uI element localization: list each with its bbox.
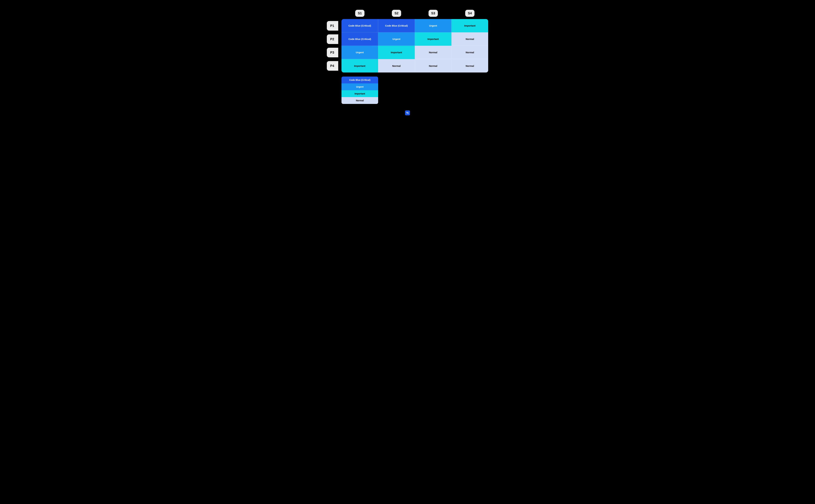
matrix-grid: Code Blue (Critical) Code Blue (Critical… <box>341 19 488 72</box>
cell-p3-s2: Important <box>378 46 415 59</box>
priority-severity-matrix: S1 S2 S3 S4 P1 P2 P3 P4 Code Blue (Criti… <box>327 10 488 104</box>
matrix-row-2: Code Blue (Critical) Urgent Important No… <box>341 32 488 46</box>
row-header-p2: P2 <box>327 34 338 44</box>
col-header-s3: S3 <box>429 10 438 17</box>
row-header-p4: P4 <box>327 61 338 71</box>
legend-critical: Code Blue (Critical) <box>341 77 378 83</box>
cell-p3-s3: Normal <box>415 46 452 59</box>
col-header-s1: S1 <box>355 10 364 17</box>
cell-p4-s4: Normal <box>452 59 488 72</box>
legend-normal: Normal <box>341 97 378 104</box>
legend: Code Blue (Critical) Urgent Important No… <box>341 77 378 104</box>
cell-p3-s1: Urgent <box>341 46 378 59</box>
col-header-s4: S4 <box>465 10 474 17</box>
cell-p4-s3: Normal <box>415 59 452 72</box>
legend-urgent: Urgent <box>341 83 378 90</box>
cell-p2-s4: Normal <box>452 32 488 46</box>
cell-p2-s2: Urgent <box>378 32 415 46</box>
matrix-row-4: Important Normal Normal Normal <box>341 59 488 72</box>
cell-p1-s1: Code Blue (Critical) <box>341 19 378 32</box>
row-header-p1: P1 <box>327 21 338 31</box>
cell-p2-s1: Code Blue (Critical) <box>341 32 378 46</box>
row-header-p3: P3 <box>327 48 338 57</box>
row-headers: P1 P2 P3 P4 <box>327 19 341 72</box>
matrix-row-1: Code Blue (Critical) Code Blue (Critical… <box>341 19 488 32</box>
cell-p2-s3: Important <box>415 32 452 46</box>
cell-p3-s4: Normal <box>452 46 488 59</box>
column-headers: S1 S2 S3 S4 <box>341 10 488 17</box>
cell-p4-s2: Normal <box>378 59 415 72</box>
col-header-s2: S2 <box>392 10 401 17</box>
cell-p1-s4: Important <box>452 19 488 32</box>
cell-p1-s3: Urgent <box>415 19 452 32</box>
brand-logo-icon <box>405 110 410 115</box>
cell-p1-s2: Code Blue (Critical) <box>378 19 415 32</box>
matrix-row-3: Urgent Important Normal Normal <box>341 46 488 59</box>
cell-p4-s1: Important <box>341 59 378 72</box>
legend-important: Important <box>341 90 378 97</box>
